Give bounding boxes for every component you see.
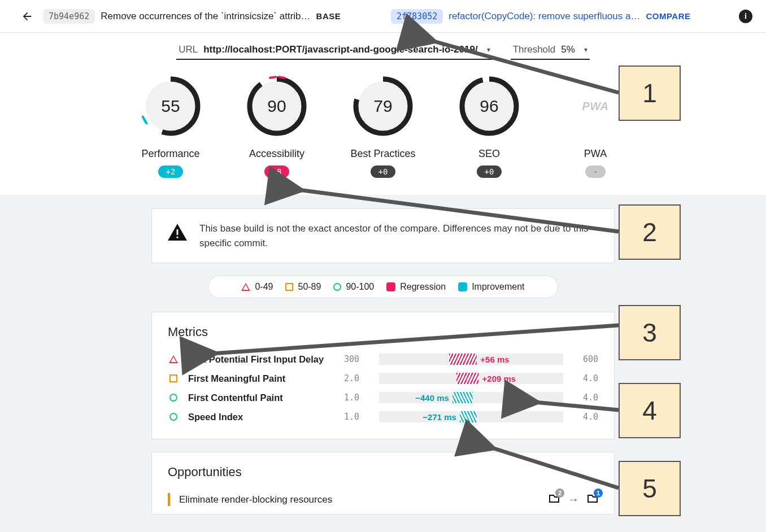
metric-delta: −271 ms bbox=[423, 411, 456, 422]
annotation-callout: 2 bbox=[619, 204, 681, 260]
metric-row[interactable]: First Contentful Paint 1.0 −440 ms 4.0 bbox=[168, 388, 598, 407]
arrow-left-icon bbox=[21, 10, 33, 23]
warning-text: This base build is not the exact ancesto… bbox=[199, 221, 598, 250]
gauge-score: 79 bbox=[351, 75, 415, 138]
gauge-seo[interactable]: 96 SEO +0 bbox=[453, 75, 525, 178]
metric-name: Speed Index bbox=[188, 412, 335, 422]
gauge-label: Accessibility bbox=[249, 148, 304, 160]
metric-delta: −440 ms bbox=[415, 392, 449, 403]
gauge-label: Best Practices bbox=[350, 148, 415, 160]
metrics-title: Metrics bbox=[168, 325, 598, 339]
triangle-icon bbox=[169, 355, 178, 363]
gauge-delta: +0 bbox=[371, 165, 396, 178]
gauge-ring: 96 bbox=[458, 75, 521, 138]
annotation-callout: 5 bbox=[619, 461, 681, 516]
circle-icon bbox=[169, 413, 177, 421]
warning-icon bbox=[168, 224, 187, 241]
threshold-value: 5% bbox=[561, 44, 575, 55]
threshold-selector[interactable]: Threshold 5% ▾ bbox=[511, 44, 590, 60]
circle-icon bbox=[333, 283, 341, 291]
metric-bar: −440 ms bbox=[379, 392, 563, 403]
base-hash: 7b94e962 bbox=[43, 9, 95, 24]
compare-hash: 2f783052 bbox=[391, 9, 443, 24]
threshold-label: Threshold bbox=[513, 44, 556, 55]
gauge-delta: +0 bbox=[477, 165, 502, 178]
gauge-ring: 90 bbox=[245, 75, 308, 138]
caret-down-icon: ▾ bbox=[584, 46, 587, 54]
metric-max: 4.0 bbox=[572, 393, 598, 403]
back-button[interactable] bbox=[16, 5, 38, 28]
url-selector[interactable]: URL http://localhost:PORT/javascript-and… bbox=[176, 44, 493, 60]
gauge-delta: -8 bbox=[264, 165, 290, 178]
gauge-accessibility[interactable]: 90 Accessibility -8 bbox=[241, 75, 313, 178]
metric-min: 300 bbox=[344, 354, 370, 364]
metric-bar: +209 ms bbox=[379, 373, 563, 384]
base-tag: BASE bbox=[316, 11, 341, 21]
ancestor-warning: This base build is not the exact ancesto… bbox=[151, 208, 615, 263]
arrow-right-icon: → bbox=[568, 493, 579, 506]
gauge-label: PWA bbox=[584, 148, 607, 160]
metric-row[interactable]: First Meaningful Paint 2.0 +209 ms 4.0 bbox=[168, 369, 598, 388]
url-value: http://localhost:PORT/javascript-and-goo… bbox=[203, 44, 478, 55]
triangle-icon bbox=[241, 283, 250, 291]
gauge-ring: 55 bbox=[139, 75, 202, 138]
gauge-ring: 79 bbox=[351, 75, 415, 138]
square-icon bbox=[169, 374, 177, 382]
annotation-callout: 1 bbox=[619, 66, 681, 121]
compare-commit-msg: refactor(CopyCode): remove superfluous a… bbox=[449, 11, 640, 22]
score-legend: 0-49 50-89 90-100 Regression Improvement bbox=[208, 276, 558, 298]
metric-name: First Meaningful Paint bbox=[188, 373, 335, 384]
opportunities-title: Opportunities bbox=[168, 465, 598, 479]
gauge-label: SEO bbox=[478, 148, 500, 160]
square-icon bbox=[285, 283, 293, 291]
info-button[interactable]: i bbox=[739, 10, 752, 23]
metric-row[interactable]: Max Potential First Input Delay 300 +56 … bbox=[168, 350, 598, 369]
metric-delta: +56 ms bbox=[480, 354, 509, 365]
metric-min: 1.0 bbox=[344, 393, 370, 403]
gauge-score: 55 bbox=[139, 75, 202, 138]
metric-row[interactable]: Speed Index 1.0 −271 ms 4.0 bbox=[168, 407, 598, 426]
caret-down-icon: ▾ bbox=[487, 46, 490, 54]
metric-delta: +209 ms bbox=[482, 373, 516, 384]
metric-min: 2.0 bbox=[344, 373, 370, 383]
square-icon bbox=[168, 493, 170, 506]
metric-min: 1.0 bbox=[344, 412, 370, 422]
base-commit[interactable]: 7b94e962 Remove occurrences of the `intr… bbox=[43, 9, 365, 24]
metric-name: First Contentful Paint bbox=[188, 393, 335, 403]
gauge-score: 96 bbox=[458, 75, 521, 138]
improvement-chip-icon bbox=[458, 282, 467, 291]
base-commit-msg: Remove occurrences of the `intrinsicsize… bbox=[101, 11, 310, 22]
metric-bar: −271 ms bbox=[379, 411, 563, 422]
gauge-delta: +2 bbox=[158, 165, 184, 178]
opportunity-name: Eliminate render-blocking resources bbox=[179, 494, 539, 505]
gauge-performance[interactable]: 55 Performance +2 bbox=[134, 75, 207, 178]
compare-tag: COMPARE bbox=[646, 11, 690, 21]
metric-max: 4.0 bbox=[572, 412, 598, 422]
circle-icon bbox=[169, 394, 177, 402]
svg-rect-8 bbox=[177, 229, 179, 235]
annotation-callout: 3 bbox=[619, 305, 681, 360]
gauge-score: 90 bbox=[245, 75, 308, 138]
gauge-label: Performance bbox=[141, 148, 199, 160]
svg-rect-9 bbox=[177, 237, 179, 238]
gauge-delta: - bbox=[585, 165, 606, 178]
metric-bar: +56 ms bbox=[379, 354, 563, 365]
metric-max: 600 bbox=[572, 354, 598, 364]
pwa-icon: PWA bbox=[564, 75, 627, 138]
url-label: URL bbox=[179, 44, 198, 55]
annotation-callout: 4 bbox=[619, 383, 681, 438]
metric-name: Max Potential First Input Delay bbox=[188, 354, 335, 365]
opportunities-panel: Opportunities Eliminate render-blocking … bbox=[151, 452, 615, 514]
top-bar: 7b94e962 Remove occurrences of the `intr… bbox=[0, 0, 766, 33]
tab-before-icon[interactable]: 2 bbox=[549, 493, 560, 506]
metric-max: 4.0 bbox=[572, 373, 598, 383]
regression-chip-icon bbox=[386, 282, 395, 291]
gauge-best-practices[interactable]: 79 Best Practices +0 bbox=[347, 75, 419, 178]
metrics-panel: Metrics Max Potential First Input Delay … bbox=[151, 312, 615, 439]
compare-commit[interactable]: 2f783052 refactor(CopyCode): remove supe… bbox=[391, 9, 723, 24]
tab-after-icon[interactable]: 1 bbox=[587, 493, 598, 506]
opportunity-row[interactable]: Eliminate render-blocking resources 2 → … bbox=[168, 490, 598, 509]
gauge-ring: PWA bbox=[564, 75, 627, 138]
